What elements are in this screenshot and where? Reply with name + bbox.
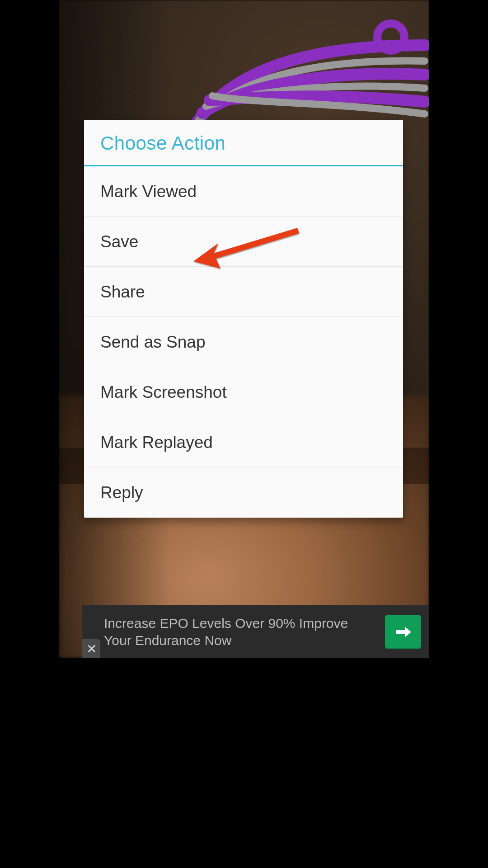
choose-action-dialog: Choose Action Mark Viewed Save Share Sen… xyxy=(84,120,403,518)
action-mark-screenshot[interactable]: Mark Screenshot xyxy=(84,367,403,417)
ad-banner[interactable]: Increase EPO Levels Over 90% Improve You… xyxy=(82,605,429,658)
ad-close-button[interactable]: ✕ xyxy=(82,639,100,658)
screen-root: Choose Action Mark Viewed Save Share Sen… xyxy=(59,0,429,658)
action-share[interactable]: Share xyxy=(84,267,403,317)
action-save[interactable]: Save xyxy=(84,217,403,267)
action-mark-viewed[interactable]: Mark Viewed xyxy=(84,166,403,217)
action-mark-replayed[interactable]: Mark Replayed xyxy=(84,417,403,467)
close-icon: ✕ xyxy=(86,642,97,656)
action-reply[interactable]: Reply xyxy=(84,467,403,518)
ad-text: Increase EPO Levels Over 90% Improve You… xyxy=(104,615,385,649)
dialog-title: Choose Action xyxy=(84,120,403,165)
dialog-action-list: Mark Viewed Save Share Send as Snap Mark… xyxy=(84,166,403,518)
action-send-as-snap[interactable]: Send as Snap xyxy=(84,317,403,367)
arrow-right-icon xyxy=(393,622,413,642)
ad-cta-button[interactable] xyxy=(385,615,421,649)
